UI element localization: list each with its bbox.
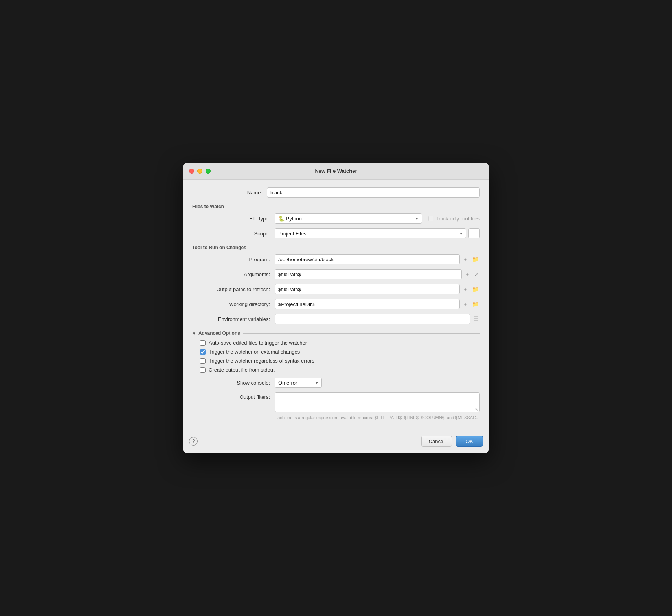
file-type-controls: 🐍 Python ▼ Track only root files (275, 213, 480, 224)
program-label: Program: (200, 257, 275, 262)
checkbox-syntax-label: Trigger the watcher regardless of syntax… (209, 358, 314, 364)
output-filters-wrapper: ⤡ (275, 392, 480, 414)
checkbox-autosave[interactable] (200, 340, 206, 346)
program-controls: ＋ 📁 (275, 254, 480, 264)
file-type-select[interactable]: 🐍 Python (275, 213, 422, 224)
tool-section-body: Program: ＋ 📁 Arguments: ＋ ⤢ Output paths (192, 254, 480, 324)
output-paths-browse-button[interactable]: 📁 (471, 286, 480, 293)
file-type-label: File type: (200, 216, 275, 222)
output-paths-label: Output paths to refresh: (200, 286, 275, 292)
checkbox-autosave-row: Auto-save edited files to trigger the wa… (200, 340, 480, 346)
checkbox-external-row: Trigger the watcher on external changes (200, 349, 480, 355)
dialog-content: Name: Files to Watch File type: 🐍 Python… (183, 180, 489, 431)
files-to-watch-body: File type: 🐍 Python ▼ Track only root fi… (192, 213, 480, 238)
arguments-row: Arguments: ＋ ⤢ (200, 269, 480, 279)
checkbox-stdout[interactable] (200, 367, 206, 373)
show-console-label: Show console: (200, 380, 275, 386)
help-button[interactable]: ? (189, 437, 198, 446)
cancel-button[interactable]: Cancel (421, 436, 452, 447)
show-console-row: Show console: Always On error Never ▼ (200, 378, 480, 388)
env-vars-row: Environment variables: ☰ (200, 314, 480, 324)
scope-select-wrapper: Project Files ▼ (275, 228, 466, 238)
program-browse-button[interactable]: 📁 (471, 256, 480, 263)
files-to-watch-header: Files to Watch (192, 204, 480, 209)
minimize-button[interactable] (197, 169, 202, 174)
titlebar: New File Watcher (183, 163, 489, 180)
output-paths-add-button[interactable]: ＋ (461, 286, 469, 293)
track-only-checkbox[interactable] (428, 216, 433, 221)
close-button[interactable] (189, 169, 194, 174)
checkbox-external-label: Trigger the watcher on external changes (209, 349, 300, 355)
window-title: New File Watcher (315, 168, 357, 174)
checkbox-external[interactable] (200, 349, 206, 355)
checkbox-autosave-label: Auto-save edited files to trigger the wa… (209, 340, 307, 346)
name-row: Name: (192, 187, 480, 198)
name-input[interactable] (267, 187, 480, 198)
working-dir-row: Working directory: ＋ 📁 (200, 299, 480, 309)
working-dir-controls: ＋ 📁 (275, 299, 480, 309)
working-dir-label: Working directory: (200, 301, 275, 307)
checkbox-syntax[interactable] (200, 358, 206, 364)
arguments-label: Arguments: (200, 271, 275, 277)
working-dir-add-button[interactable]: ＋ (461, 301, 469, 308)
maximize-button[interactable] (206, 169, 211, 174)
scope-row: Scope: Project Files ▼ ... (200, 228, 480, 238)
dialog-window: New File Watcher Name: Files to Watch Fi… (183, 163, 489, 453)
scope-select[interactable]: Project Files (275, 228, 466, 238)
program-row: Program: ＋ 📁 (200, 254, 480, 264)
name-label: Name: (192, 190, 267, 196)
env-vars-label: Environment variables: (200, 316, 275, 322)
env-vars-input[interactable] (275, 314, 470, 324)
file-type-select-wrapper: 🐍 Python ▼ (275, 213, 422, 224)
tool-section-header: Tool to Run on Changes (192, 245, 480, 250)
checkbox-stdout-label: Create output file from stdout (209, 367, 275, 373)
env-vars-browse-button[interactable]: ☰ (472, 315, 480, 323)
arguments-add-button[interactable]: ＋ (463, 271, 471, 278)
output-filters-input[interactable] (275, 392, 480, 412)
expand-icon: ⤡ (475, 407, 478, 412)
env-vars-controls: ☰ (275, 314, 480, 324)
output-filters-row: Output filters: ⤡ (200, 392, 480, 414)
advanced-section-title: Advanced Options (198, 330, 240, 336)
arguments-input[interactable] (275, 269, 462, 279)
program-add-button[interactable]: ＋ (461, 256, 469, 263)
checkbox-stdout-row: Create output file from stdout (200, 367, 480, 373)
scope-ellipsis-button[interactable]: ... (468, 228, 480, 238)
output-paths-input[interactable] (275, 284, 460, 294)
scope-controls: Project Files ▼ ... (275, 228, 480, 238)
traffic-lights (189, 169, 211, 174)
console-select[interactable]: Always On error Never (275, 378, 322, 388)
advanced-section-body: Auto-save edited files to trigger the wa… (192, 340, 480, 420)
program-input[interactable] (275, 254, 460, 264)
arguments-controls: ＋ ⤢ (275, 269, 480, 279)
advanced-section-header[interactable]: ▼ Advanced Options (192, 330, 480, 336)
output-filters-label: Output filters: (200, 392, 275, 400)
track-only-text: Track only root files (436, 216, 480, 222)
working-dir-input[interactable] (275, 299, 460, 309)
hint-text: Each line is a regular expression, avail… (275, 415, 480, 420)
arguments-expand-button[interactable]: ⤢ (473, 271, 480, 278)
file-type-row: File type: 🐍 Python ▼ Track only root fi… (200, 213, 480, 224)
console-select-wrapper: Always On error Never ▼ (275, 378, 322, 388)
working-dir-browse-button[interactable]: 📁 (471, 301, 480, 308)
output-paths-controls: ＋ 📁 (275, 284, 480, 294)
track-only-container: Track only root files (428, 216, 480, 222)
footer-buttons: Cancel OK (421, 436, 483, 447)
ok-button[interactable]: OK (456, 436, 483, 447)
checkbox-syntax-row: Trigger the watcher regardless of syntax… (200, 358, 480, 364)
collapse-arrow-icon: ▼ (192, 331, 196, 336)
dialog-footer: ? Cancel OK (183, 431, 489, 453)
output-paths-row: Output paths to refresh: ＋ 📁 (200, 284, 480, 294)
scope-label: Scope: (200, 231, 275, 236)
